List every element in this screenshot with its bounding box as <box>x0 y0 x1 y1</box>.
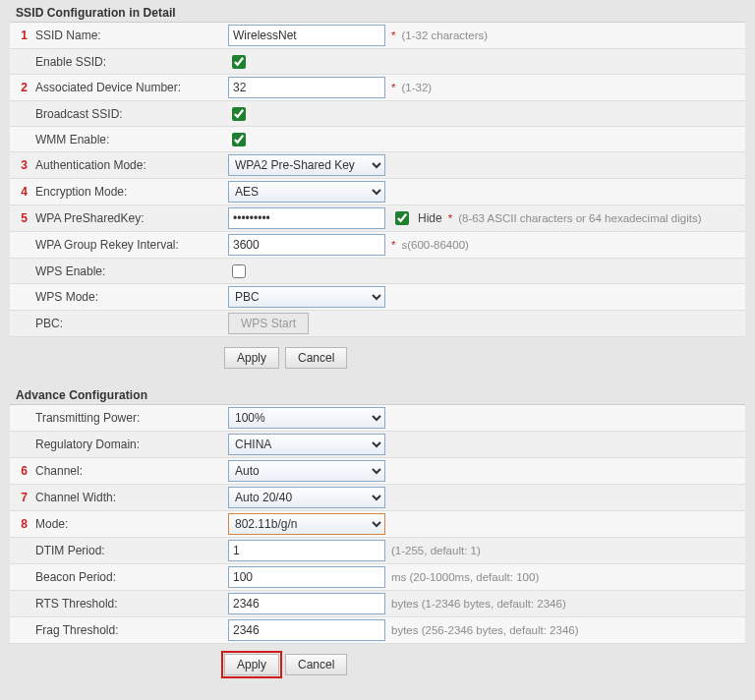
required-marker: * <box>448 212 452 224</box>
row-frag: Frag Threshold: bytes (256-2346 bytes, d… <box>10 617 745 644</box>
row-channel: 6 Channel: Auto <box>10 458 745 485</box>
field-label: Transmitting Power: <box>31 411 228 425</box>
row-wps-mode: WPS Mode: PBC <box>10 284 745 311</box>
field-label: Regulatory Domain: <box>31 438 228 451</box>
advance-config-section: Advance Configuration Transmitting Power… <box>10 384 745 685</box>
field-label: Channel: <box>31 464 228 478</box>
reg-domain-select[interactable]: CHINA <box>228 434 385 455</box>
field-hint: s(600-86400) <box>401 239 468 251</box>
beacon-input[interactable] <box>228 566 385 588</box>
row-enable-ssid: Enable SSID: <box>10 49 745 75</box>
row-beacon: Beacon Period: ms (20-1000ms, default: 1… <box>10 564 745 591</box>
field-hint: bytes (1-2346 bytes, default: 2346) <box>391 598 566 610</box>
row-channel-width: 7 Channel Width: Auto 20/40 <box>10 485 745 511</box>
channel-select[interactable]: Auto <box>228 460 385 482</box>
field-label: Broadcast SSID: <box>31 107 228 121</box>
wps-enable-checkbox[interactable] <box>232 264 246 278</box>
apply-button[interactable]: Apply <box>224 654 279 675</box>
row-rts: RTS Threshold: bytes (1-2346 bytes, defa… <box>10 591 745 617</box>
row-assoc-device: 2 Associated Device Number: * (1-32) <box>10 75 745 101</box>
ssid-name-input[interactable] <box>228 25 385 46</box>
row-wmm-enable: WMM Enable: <box>10 127 745 152</box>
row-number: 1 <box>10 29 31 42</box>
ssid-action-bar: Apply Cancel <box>10 337 745 379</box>
mode-select[interactable]: 802.11b/g/n <box>228 513 385 535</box>
field-hint: (1-255, default: 1) <box>391 545 481 556</box>
assoc-device-input[interactable] <box>228 77 385 98</box>
row-dtim: DTIM Period: (1-255, default: 1) <box>10 538 745 564</box>
row-number: 2 <box>10 81 31 94</box>
field-label: Channel Width: <box>31 491 228 504</box>
field-label: Frag Threshold: <box>31 623 228 637</box>
wps-mode-select[interactable]: PBC <box>228 286 385 308</box>
wmm-enable-checkbox[interactable] <box>232 133 246 146</box>
field-label: WPA PreSharedKey: <box>31 211 228 225</box>
row-rekey: WPA Group Rekey Interval: * s(600-86400) <box>10 232 745 259</box>
row-number: 8 <box>10 517 31 531</box>
auth-mode-select[interactable]: WPA2 Pre-Shared Key <box>228 154 385 176</box>
field-hint: (1-32 characters) <box>401 29 488 41</box>
row-reg-domain: Regulatory Domain: CHINA <box>10 432 745 458</box>
field-hint: bytes (256-2346 bytes, default: 2346) <box>391 624 579 636</box>
field-hint: (8-63 ASCII characters or 64 hexadecimal… <box>458 212 701 224</box>
wps-start-button[interactable]: WPS Start <box>228 313 309 334</box>
row-wps-enable: WPS Enable: <box>10 259 745 284</box>
row-number: 7 <box>10 491 31 504</box>
rekey-input[interactable] <box>228 234 385 256</box>
field-label: Enable SSID: <box>31 55 228 69</box>
row-enc-mode: 4 Encryption Mode: AES <box>10 179 745 205</box>
row-ssid-name: 1 SSID Name: * (1-32 characters) <box>10 23 745 49</box>
required-marker: * <box>391 239 395 251</box>
row-number: 3 <box>10 158 31 172</box>
row-broadcast-ssid: Broadcast SSID: <box>10 101 745 127</box>
field-label: Mode: <box>31 517 228 531</box>
encryption-mode-select[interactable]: AES <box>228 181 385 203</box>
dtim-input[interactable] <box>228 540 385 561</box>
advance-action-bar: Apply Cancel <box>10 644 745 685</box>
row-number: 4 <box>10 185 31 199</box>
tx-power-select[interactable]: 100% <box>228 407 385 429</box>
row-mode: 8 Mode: 802.11b/g/n <box>10 511 745 538</box>
required-marker: * <box>391 82 395 93</box>
broadcast-ssid-checkbox[interactable] <box>232 107 246 121</box>
field-label: WPS Mode: <box>31 290 228 304</box>
field-hint: (1-32) <box>401 82 432 93</box>
row-auth-mode: 3 Authentication Mode: WPA2 Pre-Shared K… <box>10 152 745 179</box>
rts-input[interactable] <box>228 593 385 614</box>
field-label: Beacon Period: <box>31 570 228 584</box>
row-psk: 5 WPA PreSharedKey: Hide * (8-63 ASCII c… <box>10 205 745 232</box>
field-label: PBC: <box>31 317 228 330</box>
field-label: WMM Enable: <box>31 133 228 146</box>
field-hint: ms (20-1000ms, default: 100) <box>391 571 539 583</box>
advance-config-title: Advance Configuration <box>10 384 745 404</box>
field-label: Encryption Mode: <box>31 185 228 199</box>
row-tx-power: Transmitting Power: 100% <box>10 405 745 432</box>
psk-input[interactable] <box>228 207 385 229</box>
row-number: 6 <box>10 464 31 478</box>
apply-button[interactable]: Apply <box>224 347 279 369</box>
field-label: RTS Threshold: <box>31 597 228 611</box>
field-label: SSID Name: <box>31 29 228 42</box>
field-label: WPS Enable: <box>31 264 228 278</box>
hide-psk-checkbox[interactable] <box>395 211 409 225</box>
ssid-config-title: SSID Configuration in Detail <box>10 2 745 22</box>
field-label: WPA Group Rekey Interval: <box>31 238 228 252</box>
enable-ssid-checkbox[interactable] <box>232 55 246 69</box>
channel-width-select[interactable]: Auto 20/40 <box>228 487 385 508</box>
field-label: Authentication Mode: <box>31 158 228 172</box>
ssid-config-section: SSID Configuration in Detail 1 SSID Name… <box>10 2 745 379</box>
field-label: Associated Device Number: <box>31 81 228 94</box>
frag-input[interactable] <box>228 619 385 641</box>
cancel-button[interactable]: Cancel <box>285 347 347 369</box>
required-marker: * <box>391 29 395 41</box>
row-number: 5 <box>10 211 31 225</box>
field-label: DTIM Period: <box>31 544 228 557</box>
cancel-button[interactable]: Cancel <box>285 654 347 675</box>
hide-psk-label: Hide <box>418 211 442 225</box>
row-pbc: PBC: WPS Start <box>10 311 745 337</box>
